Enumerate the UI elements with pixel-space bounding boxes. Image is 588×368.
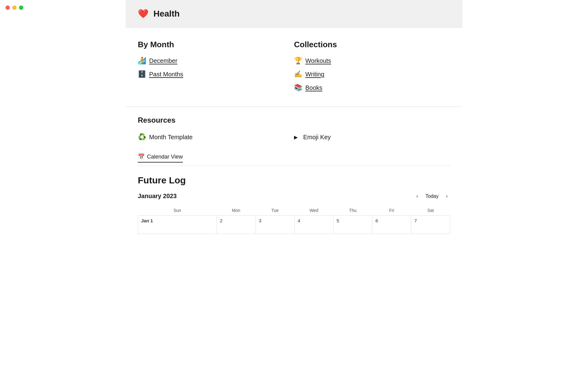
calendar-weekday-row: Sun Mon Tue Wed Thu Fri Sat [138, 205, 450, 216]
calendar-today-btn[interactable]: Today [425, 194, 439, 199]
calendar-header: January 2023 ‹ Today › [138, 192, 450, 201]
december-emoji: 🏄 [138, 57, 146, 65]
traffic-light-green[interactable] [19, 6, 23, 10]
collections-heading: Collections [294, 40, 450, 49]
workouts-emoji: 🏆 [294, 57, 302, 65]
workouts-link[interactable]: 🏆 Workouts [294, 57, 450, 65]
december-label: December [149, 57, 177, 64]
month-template-link[interactable]: ♻️ Month Template [138, 133, 294, 141]
calendar-tab-emoji: 📅 [138, 153, 145, 160]
past-months-emoji: 🗄️ [138, 70, 146, 78]
day-jan1: Jan 1 [141, 218, 153, 223]
day-5: 5 [337, 218, 339, 223]
table-row: Jan 1 2 3 4 5 6 [138, 216, 450, 234]
day-7: 7 [414, 218, 417, 223]
calendar-cell-5[interactable]: 5 [333, 216, 372, 234]
page-header: ❤️ Health [126, 0, 462, 27]
weekday-fri: Fri [372, 205, 411, 216]
day-4: 4 [298, 218, 300, 223]
calendar-cell-4[interactable]: 4 [294, 216, 333, 234]
traffic-light-red[interactable] [6, 6, 10, 10]
day-2: 2 [220, 218, 222, 223]
calendar-nav: ‹ Today › [414, 192, 450, 201]
by-month-heading: By Month [138, 40, 294, 49]
collections-col: Collections 🏆 Workouts ✍️ Writing 📚 Book… [294, 40, 450, 97]
day-6: 6 [375, 218, 378, 223]
day-3: 3 [259, 218, 261, 223]
writing-emoji: ✍️ [294, 70, 302, 78]
future-log-heading: Future Log [138, 175, 450, 186]
workouts-label: Workouts [305, 57, 331, 64]
calendar-month-title: January 2023 [138, 193, 177, 200]
books-label: Books [305, 84, 322, 91]
weekday-thu: Thu [333, 205, 372, 216]
past-months-label: Past Months [149, 71, 183, 78]
writing-link[interactable]: ✍️ Writing [294, 70, 450, 78]
resources-section: Resources ♻️ Month Template ▶ Emoji Key [126, 107, 462, 147]
month-template-emoji: ♻️ [138, 133, 146, 141]
weekday-wed: Wed [294, 205, 333, 216]
emoji-key-label: Emoji Key [303, 134, 331, 141]
weekday-mon: Mon [217, 205, 255, 216]
calendar-tab-section: 📅 Calendar View [126, 147, 462, 163]
calendar-cell-6[interactable]: 6 [372, 216, 411, 234]
header-emoji: ❤️ [138, 9, 149, 19]
future-log-section: Future Log January 2023 ‹ Today › Sun Mo… [126, 166, 462, 240]
calendar-view-tab[interactable]: 📅 Calendar View [138, 153, 183, 163]
calendar-cell-7[interactable]: 7 [411, 216, 450, 234]
two-col-section: By Month 🏄 December 🗄️ Past Months Colle… [126, 28, 462, 106]
calendar-cell-2[interactable]: 2 [217, 216, 255, 234]
traffic-lights [6, 6, 23, 10]
calendar-grid: Sun Mon Tue Wed Thu Fri Sat Jan 1 2 [138, 205, 450, 234]
past-months-link[interactable]: 🗄️ Past Months [138, 70, 294, 78]
december-link[interactable]: 🏄 December [138, 57, 294, 65]
books-emoji: 📚 [294, 84, 302, 92]
page-title: Health [153, 9, 180, 19]
calendar-tab-label: Calendar View [147, 154, 183, 160]
resources-heading: Resources [138, 116, 450, 125]
emoji-key-arrow: ▶ [294, 134, 298, 140]
writing-label: Writing [305, 71, 324, 78]
main-container: ❤️ Health By Month 🏄 December 🗄️ Past Mo… [126, 0, 462, 240]
calendar-prev-btn[interactable]: ‹ [414, 192, 420, 201]
weekday-sun: Sun [138, 205, 217, 216]
resources-row: ♻️ Month Template ▶ Emoji Key [138, 133, 450, 141]
calendar-next-btn[interactable]: › [443, 192, 450, 201]
by-month-col: By Month 🏄 December 🗄️ Past Months [138, 40, 294, 97]
month-template-label: Month Template [149, 134, 193, 141]
books-link[interactable]: 📚 Books [294, 84, 450, 92]
emoji-key-link[interactable]: ▶ Emoji Key [294, 134, 450, 141]
traffic-light-yellow[interactable] [12, 6, 17, 10]
calendar-cell-3[interactable]: 3 [255, 216, 294, 234]
weekday-tue: Tue [255, 205, 294, 216]
calendar-cell-jan1[interactable]: Jan 1 [138, 216, 217, 234]
weekday-sat: Sat [411, 205, 450, 216]
